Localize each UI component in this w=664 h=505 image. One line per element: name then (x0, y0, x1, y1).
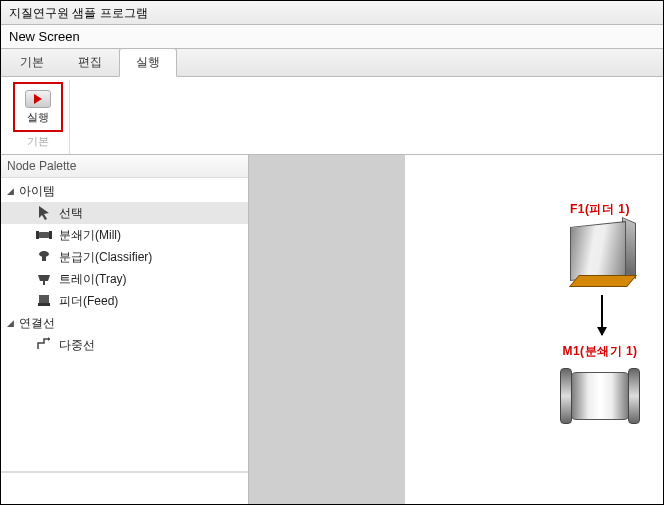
palette-group-label: 아이템 (19, 183, 55, 200)
feeder-3d-icon (560, 220, 640, 290)
palette-item-feeder[interactable]: 피더(Feed) (1, 290, 248, 312)
svg-rect-7 (38, 303, 50, 306)
canvas-node-mill[interactable]: M1(분쇄기 1) (555, 343, 645, 432)
palette-item-label: 분급기(Classifier) (59, 249, 152, 266)
palette-item-polyline[interactable]: 다중선 (1, 334, 248, 356)
svg-rect-1 (36, 231, 39, 239)
mill-3d-icon (560, 362, 640, 432)
palette-item-classifier[interactable]: 분급기(Classifier) (1, 246, 248, 268)
play-icon (25, 90, 51, 108)
svg-rect-6 (39, 295, 49, 303)
palette-footer (1, 472, 248, 504)
svg-rect-4 (42, 254, 46, 261)
node-label: M1(분쇄기 1) (555, 343, 645, 360)
svg-rect-2 (49, 231, 52, 239)
ribbon-group-label: 기본 (27, 134, 49, 149)
polyline-icon (35, 337, 53, 353)
run-button-label: 실행 (27, 110, 49, 125)
tray-icon (35, 271, 53, 287)
tab-basic[interactable]: 기본 (3, 48, 61, 76)
mill-icon (35, 227, 53, 243)
ribbon-tabs: 기본 편집 실행 (1, 49, 663, 77)
feeder-icon (35, 293, 53, 309)
edge-arrow[interactable] (601, 295, 603, 335)
palette-item-label: 분쇄기(Mill) (59, 227, 121, 244)
node-label: F1(피더 1) (555, 201, 645, 218)
palette-item-tray[interactable]: 트레이(Tray) (1, 268, 248, 290)
palette-item-select[interactable]: 선택 (1, 202, 248, 224)
svg-rect-5 (43, 281, 45, 285)
screen-name: New Screen (1, 25, 663, 49)
body: Node Palette ◢ 아이템 선택 분쇄기(Mill) (1, 155, 663, 504)
palette-item-label: 선택 (59, 205, 83, 222)
ribbon-group-basic: 실행 기본 (7, 80, 70, 154)
node-palette: Node Palette ◢ 아이템 선택 분쇄기(Mill) (1, 155, 249, 504)
pointer-icon (35, 205, 53, 221)
svg-rect-0 (38, 232, 50, 238)
palette-item-label: 트레이(Tray) (59, 271, 127, 288)
palette-item-label: 피더(Feed) (59, 293, 118, 310)
palette-group-connectors[interactable]: ◢ 연결선 (1, 312, 248, 334)
palette-group-items[interactable]: ◢ 아이템 (1, 180, 248, 202)
ribbon: 실행 기본 (1, 77, 663, 155)
classifier-icon (35, 249, 53, 265)
window-title: 지질연구원 샘플 프로그램 (1, 1, 663, 25)
palette-tree: ◢ 아이템 선택 분쇄기(Mill) (1, 178, 248, 472)
palette-item-mill[interactable]: 분쇄기(Mill) (1, 224, 248, 246)
app-window: 지질연구원 샘플 프로그램 New Screen 기본 편집 실행 실행 기본 … (0, 0, 664, 505)
tab-edit[interactable]: 편집 (61, 48, 119, 76)
palette-header: Node Palette (1, 155, 248, 178)
twisty-icon: ◢ (7, 186, 17, 196)
tab-run[interactable]: 실행 (119, 48, 177, 77)
canvas-node-feeder[interactable]: F1(피더 1) (555, 201, 645, 290)
canvas-paper[interactable]: F1(피더 1) M1(분쇄기 1) (405, 155, 663, 504)
palette-item-label: 다중선 (59, 337, 95, 354)
design-canvas[interactable]: F1(피더 1) M1(분쇄기 1) (249, 155, 663, 504)
twisty-icon: ◢ (7, 318, 17, 328)
palette-group-label: 연결선 (19, 315, 55, 332)
run-button[interactable]: 실행 (13, 82, 63, 132)
